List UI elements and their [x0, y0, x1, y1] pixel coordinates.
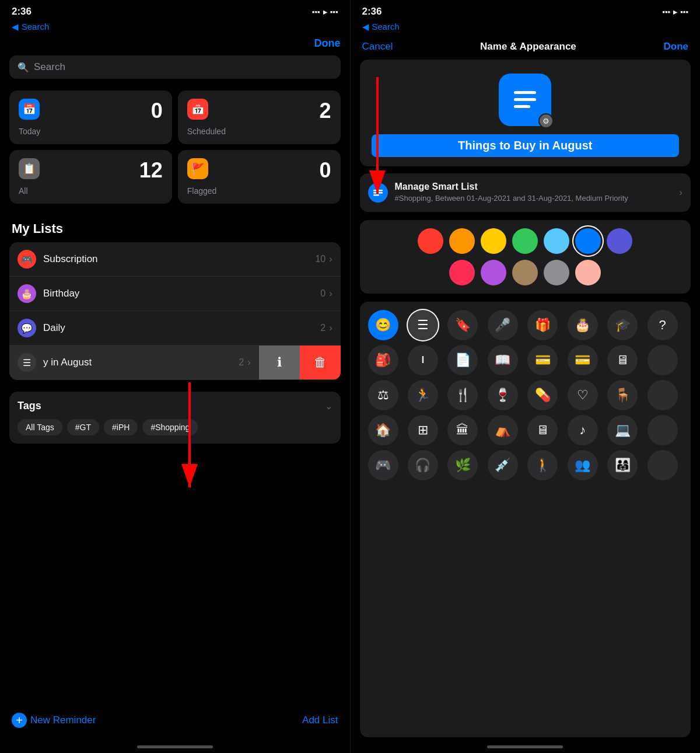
icon-bookmark[interactable]: 🔖	[447, 310, 478, 340]
right-signal-icon: ▪▪▪	[662, 8, 670, 16]
tile-scheduled[interactable]: 📅 2 Scheduled	[178, 90, 341, 144]
color-red[interactable]	[418, 228, 443, 254]
color-light-blue[interactable]	[544, 228, 569, 254]
list-item-subscription[interactable]: 🎮 Subscription 10 ›	[9, 242, 341, 277]
icon-gamepad[interactable]: 🎮	[368, 450, 398, 480]
color-yellow[interactable]	[481, 228, 506, 254]
icon-leaf[interactable]: 🌿	[447, 450, 478, 480]
right-nav-header: Cancel Name & Appearance Done	[351, 36, 701, 60]
icon-unknown3[interactable]	[648, 380, 678, 410]
color-blue[interactable]	[575, 228, 601, 254]
done-btn-row: Done	[9, 36, 341, 55]
tags-chevron-icon[interactable]: ⌄	[325, 400, 332, 412]
icon-unknown4[interactable]	[648, 415, 678, 445]
color-green[interactable]	[512, 228, 538, 254]
subscription-chevron: ›	[329, 254, 332, 264]
color-violet[interactable]	[481, 260, 506, 285]
app-icon-wrap[interactable]: ⚙	[499, 74, 551, 126]
daily-icon: 💬	[18, 319, 36, 337]
cancel-button[interactable]: Cancel	[362, 41, 393, 53]
icon-utensils[interactable]: 🍴	[447, 380, 478, 410]
icon-running[interactable]: 🏃	[408, 380, 438, 410]
right-time: 2:36	[362, 6, 382, 18]
color-row-2	[368, 260, 683, 285]
icon-stethoscope[interactable]: ♡	[568, 380, 598, 410]
icon-credit-card2[interactable]: 💳	[568, 345, 598, 375]
info-action-button[interactable]: ℹ	[259, 346, 300, 379]
icon-credit-card1[interactable]: 💳	[527, 345, 558, 375]
tile-today-label: Today	[19, 127, 163, 136]
delete-action-button[interactable]: 🗑	[300, 346, 341, 379]
icon-unknown1[interactable]: ?	[648, 310, 678, 340]
birthday-count-arrow: 0 ›	[320, 288, 332, 299]
color-gray[interactable]	[544, 260, 569, 285]
icon-building[interactable]: 🏛	[447, 415, 478, 445]
august-chevron: ›	[247, 357, 250, 368]
icon-graduation[interactable]: 🎓	[607, 310, 638, 340]
icon-chair[interactable]: 🪑	[607, 380, 638, 410]
tag-shopping[interactable]: #Shopping	[142, 419, 198, 435]
icon-gift[interactable]: 🎁	[527, 310, 558, 340]
icon-family[interactable]: 👨‍👩‍👧	[607, 450, 638, 480]
icon-book[interactable]: 📖	[488, 345, 518, 375]
icon-unknown5[interactable]	[648, 450, 678, 480]
left-status-bar: 2:36 ▪▪▪ ▸ ▪▪▪	[0, 0, 350, 20]
icon-unknown2[interactable]	[648, 345, 678, 375]
add-list-button[interactable]: Add List	[302, 714, 338, 726]
color-brown[interactable]	[512, 260, 538, 285]
tile-all-header: 📋 12	[19, 158, 163, 183]
icon-pill[interactable]: 💊	[527, 380, 558, 410]
icon-music-note[interactable]: ♪	[568, 415, 598, 445]
back-label: Search	[22, 22, 50, 32]
tile-all-icon: 📋	[19, 158, 40, 179]
icon-mic[interactable]: 🎤	[488, 310, 518, 340]
app-name-field[interactable]: Things to Buy in August	[372, 134, 680, 157]
swipe-actions: ℹ 🗑	[259, 346, 341, 379]
color-orange[interactable]	[449, 228, 475, 254]
right-done-button[interactable]: Done	[663, 41, 688, 53]
august-icon: ☰	[18, 353, 36, 372]
icon-monitor2[interactable]: 🖥	[527, 415, 558, 445]
tag-gt[interactable]: #GT	[67, 419, 99, 435]
icon-tent[interactable]: ⛺	[488, 415, 518, 445]
tile-flagged-label: Flagged	[187, 186, 331, 196]
tile-all[interactable]: 📋 12 All	[9, 150, 172, 204]
left-back-nav[interactable]: ◀ Search	[0, 20, 350, 36]
tag-all-tags[interactable]: All Tags	[18, 419, 62, 435]
tile-today[interactable]: 📅 0 Today	[9, 90, 172, 144]
icon-syringe[interactable]: 💉	[488, 450, 518, 480]
manage-title: Manage Smart List	[395, 182, 673, 192]
color-pink[interactable]	[449, 260, 475, 285]
swipe-row-august[interactable]: ☰ y in August 2 › ℹ 🗑	[9, 346, 341, 380]
left-time: 2:36	[12, 6, 32, 18]
search-bar[interactable]: 🔍 Search	[9, 55, 341, 79]
icon-weights[interactable]: ⚖	[368, 380, 398, 410]
icon-ruler[interactable]: I	[408, 345, 438, 375]
icon-wine[interactable]: 🍷	[488, 380, 518, 410]
manage-smart-list-section[interactable]: Manage Smart List #Shopping, Between 01-…	[360, 173, 691, 212]
new-reminder-button[interactable]: + New Reminder	[12, 713, 96, 728]
done-button[interactable]: Done	[314, 37, 341, 50]
icon-headphones[interactable]: 🎧	[408, 450, 438, 480]
icon-backpack[interactable]: 🎒	[368, 345, 398, 375]
icon-monitor1[interactable]: 🖥	[607, 345, 638, 375]
tag-iph[interactable]: #iPH	[104, 419, 138, 435]
color-peach[interactable]	[575, 260, 601, 285]
icon-cake[interactable]: 🎂	[568, 310, 598, 340]
tile-flagged[interactable]: 🚩 0 Flagged	[178, 150, 341, 204]
icon-laptop[interactable]: 💻	[607, 415, 638, 445]
plus-icon: +	[12, 713, 27, 728]
daily-count-arrow: 2 ›	[320, 323, 332, 333]
icon-walk[interactable]: 🚶	[527, 450, 558, 480]
icon-house[interactable]: 🏠	[368, 415, 398, 445]
subscription-icon: 🎮	[18, 250, 36, 269]
icon-emoji[interactable]: 😊	[368, 310, 398, 340]
icon-group2[interactable]: 👥	[568, 450, 598, 480]
icon-grid[interactable]: ⊞	[408, 415, 438, 445]
color-purple[interactable]	[607, 228, 632, 254]
icon-list[interactable]: ☰	[408, 310, 438, 340]
list-item-birthday[interactable]: 🎂 Birthday 0 ›	[9, 277, 341, 311]
list-item-daily[interactable]: 💬 Daily 2 ›	[9, 311, 341, 346]
icon-document[interactable]: 📄	[447, 345, 478, 375]
right-back-nav[interactable]: ◀ Search	[351, 20, 701, 36]
